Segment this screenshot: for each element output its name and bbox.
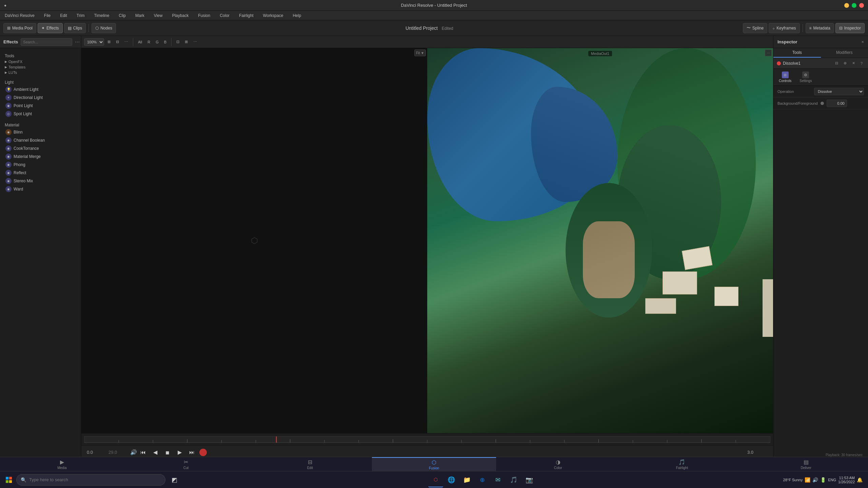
blinn-item[interactable]: ◉ Blinn bbox=[3, 128, 78, 136]
viewer-grid-button[interactable]: ⊟ bbox=[114, 38, 121, 46]
ambient-light-item[interactable]: 💡 Ambient Light bbox=[3, 85, 78, 94]
inspector-close-icon[interactable]: × bbox=[861, 39, 864, 44]
taskbar-music-app[interactable]: 🎵 bbox=[506, 472, 521, 487]
openfx-tree-item[interactable]: ▶ OpenFX bbox=[3, 59, 78, 64]
clips-button[interactable]: ▤ Clips bbox=[64, 23, 86, 33]
viewer-channel-b[interactable]: B bbox=[162, 38, 169, 46]
cut-page-button[interactable]: ✂ Cut bbox=[124, 457, 248, 471]
taskbar-photo-app[interactable]: 📷 bbox=[522, 472, 537, 487]
templates-tree-item[interactable]: ▶ Templates bbox=[3, 64, 78, 70]
node-help-btn[interactable]: ? bbox=[859, 59, 865, 67]
operation-select[interactable]: Dissolve Cross Dissolve bbox=[814, 88, 864, 95]
ward-item[interactable]: ◉ Ward bbox=[3, 185, 78, 193]
menu-playback[interactable]: Playback bbox=[170, 13, 191, 19]
wifi-icon[interactable]: 📶 bbox=[805, 477, 810, 483]
color-page-button[interactable]: ◑ Color bbox=[496, 457, 620, 471]
zoom-select[interactable]: 100% 75% 50% bbox=[84, 38, 104, 46]
taskbar-store-app[interactable]: ⊕ bbox=[475, 472, 490, 487]
inspector-tab-tools[interactable]: Tools bbox=[773, 48, 821, 58]
menu-help[interactable]: Help bbox=[291, 13, 303, 19]
nodes-button[interactable]: ⬡ Nodes bbox=[92, 23, 116, 33]
menu-workspace[interactable]: Workspace bbox=[261, 13, 285, 19]
menu-fusion[interactable]: Fusion bbox=[196, 13, 212, 19]
inspector-button[interactable]: ⊟ Inspector bbox=[835, 23, 865, 33]
effects-button[interactable]: ✦ Effects bbox=[38, 23, 62, 33]
menu-edit[interactable]: Edit bbox=[58, 13, 69, 19]
stereo-mix-item[interactable]: ◉ Stereo Mix bbox=[3, 177, 78, 185]
right-viewer-options[interactable]: ⋯ bbox=[765, 49, 772, 56]
audio-btn[interactable]: 🔊 bbox=[129, 448, 138, 457]
taskbar-mail-app[interactable]: ✉ bbox=[491, 472, 506, 487]
language-icon[interactable]: ENG bbox=[828, 478, 836, 482]
play-forward-button[interactable]: ▶ bbox=[175, 448, 184, 457]
close-button[interactable] bbox=[859, 3, 864, 8]
menu-mark[interactable]: Mark bbox=[133, 13, 146, 19]
stop-button[interactable]: ◼ bbox=[163, 448, 172, 457]
menu-trim[interactable]: Trim bbox=[75, 13, 87, 19]
left-viewer-options[interactable]: Fit ▼ bbox=[414, 49, 426, 56]
viewer-options-more[interactable]: ⋯ bbox=[191, 38, 199, 46]
media-pool-button[interactable]: ⊞ Media Pool bbox=[3, 23, 36, 33]
bg-fg-property: Background/Foreground 0.00 bbox=[773, 98, 868, 109]
luts-tree-item[interactable]: ▶ LUTs bbox=[3, 70, 78, 75]
toolbar-separator-2 bbox=[803, 24, 803, 32]
viewer-settings-button[interactable]: ⋯ bbox=[122, 38, 130, 46]
deliver-page-button[interactable]: ▤ Deliver bbox=[744, 457, 868, 471]
taskbar-explorer-app[interactable]: 📁 bbox=[459, 472, 474, 487]
phong-item[interactable]: ◉ Phong bbox=[3, 161, 78, 169]
menu-clip[interactable]: Clip bbox=[117, 13, 128, 19]
timeline-ruler[interactable] bbox=[84, 436, 770, 443]
viewer-fit-button[interactable]: ⊞ bbox=[105, 38, 113, 46]
viewer-channel-r[interactable]: R bbox=[145, 38, 152, 46]
skip-to-start-button[interactable]: ⏮ bbox=[138, 448, 148, 457]
effects-search-input[interactable] bbox=[21, 38, 72, 46]
start-button[interactable] bbox=[3, 474, 15, 486]
cooktorrance-item[interactable]: ◉ CookTorrance bbox=[3, 144, 78, 152]
fairlight-page-button[interactable]: 🎵 Fairlight bbox=[620, 457, 744, 471]
metadata-button[interactable]: ≡ Metadata bbox=[806, 23, 834, 33]
bg-fg-value[interactable]: 0.00 bbox=[827, 100, 847, 107]
taskbar-edge-app[interactable]: 🌐 bbox=[444, 472, 459, 487]
channel-boolean-item[interactable]: ◉ Channel Boolean bbox=[3, 136, 78, 144]
point-light-item[interactable]: ◉ Point Light bbox=[3, 102, 78, 110]
spline-button[interactable]: 〜 Spline bbox=[743, 23, 767, 33]
menu-fairlight[interactable]: Fairlight bbox=[237, 13, 256, 19]
inspector-settings-tab[interactable]: ⚙ Settings bbox=[797, 70, 814, 84]
inspector-tab-modifiers[interactable]: Modifiers bbox=[821, 48, 868, 58]
inspector-controls-tab[interactable]: ⊞ Controls bbox=[776, 70, 794, 84]
menu-view[interactable]: View bbox=[152, 13, 165, 19]
volume-icon[interactable]: 🔊 bbox=[812, 477, 818, 483]
menu-color[interactable]: Color bbox=[218, 13, 232, 19]
material-merge-item[interactable]: ◉ Material Merge bbox=[3, 152, 78, 161]
media-page-button[interactable]: ▶ Media bbox=[0, 457, 124, 471]
skip-to-end-button[interactable]: ⏭ bbox=[187, 448, 197, 457]
node-delete-btn[interactable]: ✕ bbox=[850, 59, 857, 67]
spot-light-item[interactable]: ◎ Spot Light bbox=[3, 110, 78, 118]
fusion-page-button[interactable]: ⬡ Fusion bbox=[372, 457, 496, 471]
taskbar-davinci-app[interactable]: ⬡ bbox=[428, 472, 443, 487]
viewer-guides[interactable]: ⊞ bbox=[183, 38, 190, 46]
system-clock[interactable]: 11:53 AM 1/26/2022 bbox=[838, 476, 855, 484]
edit-page-button[interactable]: ⊟ Edit bbox=[248, 457, 372, 471]
directional-light-item[interactable]: ☀ Directional Light bbox=[3, 94, 78, 102]
taskbar-search-input[interactable] bbox=[29, 477, 161, 482]
keyframes-button[interactable]: ⬦ Keyframes bbox=[769, 23, 800, 33]
node-copy-btn[interactable]: ⊕ bbox=[842, 59, 849, 67]
menu-file[interactable]: File bbox=[42, 13, 53, 19]
minimize-button[interactable] bbox=[844, 3, 849, 8]
menu-timeline[interactable]: Timeline bbox=[92, 13, 111, 19]
viewer-safe-areas[interactable]: ⊡ bbox=[174, 38, 181, 46]
maximize-button[interactable] bbox=[852, 3, 856, 8]
viewer-channel-g[interactable]: G bbox=[154, 38, 161, 46]
reflect-item[interactable]: ◉ Reflect bbox=[3, 169, 78, 177]
battery-icon[interactable]: 🔋 bbox=[820, 477, 826, 483]
menu-davinci[interactable]: DaVinci Resolve bbox=[3, 13, 37, 19]
taskbar-search-bar[interactable]: 🔍 bbox=[16, 474, 165, 486]
task-view-button[interactable]: ◩ bbox=[167, 472, 182, 487]
effects-menu-icon[interactable]: ⋯ bbox=[75, 39, 80, 45]
play-reverse-button[interactable]: ◀ bbox=[151, 448, 160, 457]
viewer-channel-all[interactable]: All bbox=[136, 38, 144, 46]
node-settings-btn[interactable]: ⊟ bbox=[833, 59, 840, 67]
record-button[interactable] bbox=[199, 449, 207, 456]
notification-icon[interactable]: 🔔 bbox=[857, 477, 863, 483]
